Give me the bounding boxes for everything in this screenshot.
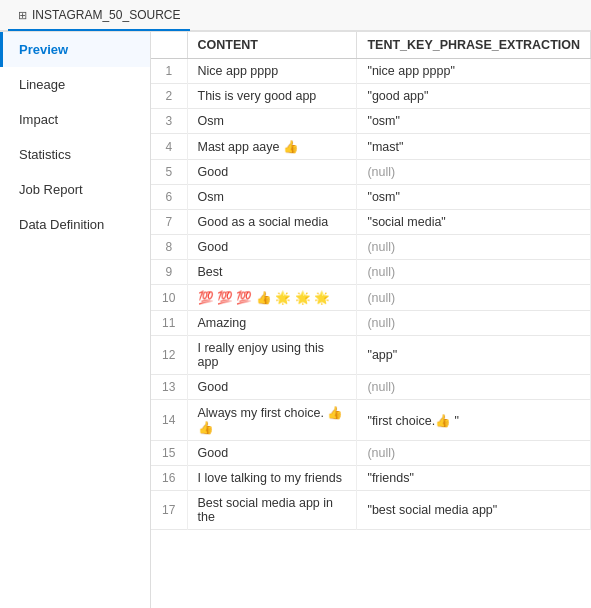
row-number: 10 (151, 285, 187, 311)
sidebar-item-lineage[interactable]: Lineage (0, 67, 150, 102)
row-number: 2 (151, 84, 187, 109)
table-icon: ⊞ (18, 9, 27, 22)
table-row: 12I really enjoy using this app"app" (151, 336, 591, 375)
table-row: 8Good(null) (151, 235, 591, 260)
row-content: Good (187, 160, 357, 185)
row-phrase: (null) (357, 260, 591, 285)
table-row: 4Mast app aaye 👍"mast" (151, 134, 591, 160)
table-row: 1Nice app pppp"nice app pppp" (151, 59, 591, 84)
row-number: 1 (151, 59, 187, 84)
row-content: I really enjoy using this app (187, 336, 357, 375)
sidebar-item-job-report[interactable]: Job Report (0, 172, 150, 207)
row-content: Osm (187, 185, 357, 210)
col-content: CONTENT (187, 32, 357, 59)
row-number: 13 (151, 375, 187, 400)
row-content: Osm (187, 109, 357, 134)
row-number: 12 (151, 336, 187, 375)
row-phrase: "friends" (357, 466, 591, 491)
table-row: 9Best(null) (151, 260, 591, 285)
row-content: Always my first choice. 👍 👍 (187, 400, 357, 441)
row-phrase: "good app" (357, 84, 591, 109)
row-number: 9 (151, 260, 187, 285)
sidebar-item-impact[interactable]: Impact (0, 102, 150, 137)
row-phrase: (null) (357, 285, 591, 311)
row-number: 17 (151, 491, 187, 530)
row-content: I love talking to my friends (187, 466, 357, 491)
row-phrase: "osm" (357, 185, 591, 210)
table-header-row: CONTENT TENT_KEY_PHRASE_EXTRACTION (151, 32, 591, 59)
row-content: Mast app aaye 👍 (187, 134, 357, 160)
row-content: Good as a social media (187, 210, 357, 235)
row-content: 💯 💯 💯 👍 🌟 🌟 🌟 (187, 285, 357, 311)
tab-instagram-source[interactable]: ⊞ INSTAGRAM_50_SOURCE (8, 1, 190, 31)
row-phrase: "nice app pppp" (357, 59, 591, 84)
table-body: 1Nice app pppp"nice app pppp"2This is ve… (151, 59, 591, 530)
table-row: 7Good as a social media"social media" (151, 210, 591, 235)
table-row: 2This is very good app"good app" (151, 84, 591, 109)
row-phrase: (null) (357, 235, 591, 260)
row-content: This is very good app (187, 84, 357, 109)
row-content: Nice app pppp (187, 59, 357, 84)
row-content: Best (187, 260, 357, 285)
row-content: Good (187, 235, 357, 260)
row-phrase: (null) (357, 311, 591, 336)
row-content: Good (187, 441, 357, 466)
row-number: 7 (151, 210, 187, 235)
row-phrase: "app" (357, 336, 591, 375)
row-content: Amazing (187, 311, 357, 336)
table-row: 6Osm"osm" (151, 185, 591, 210)
row-number: 6 (151, 185, 187, 210)
tab-label: INSTAGRAM_50_SOURCE (32, 8, 180, 22)
row-number: 5 (151, 160, 187, 185)
row-number: 11 (151, 311, 187, 336)
row-number: 15 (151, 441, 187, 466)
row-phrase: "social media" (357, 210, 591, 235)
row-content: Best social media app in the (187, 491, 357, 530)
sidebar-item-statistics[interactable]: Statistics (0, 137, 150, 172)
table-row: 11Amazing(null) (151, 311, 591, 336)
sidebar-item-preview[interactable]: Preview (0, 32, 150, 67)
row-number: 3 (151, 109, 187, 134)
table-row: 16I love talking to my friends"friends" (151, 466, 591, 491)
table-row: 13Good(null) (151, 375, 591, 400)
col-num (151, 32, 187, 59)
table-row: 14Always my first choice. 👍 👍"first choi… (151, 400, 591, 441)
tab-bar: ⊞ INSTAGRAM_50_SOURCE (0, 0, 591, 32)
data-table-container[interactable]: CONTENT TENT_KEY_PHRASE_EXTRACTION 1Nice… (151, 32, 591, 608)
table-row: 3Osm"osm" (151, 109, 591, 134)
table-row: 17Best social media app in the"best soci… (151, 491, 591, 530)
sidebar-item-data-definition[interactable]: Data Definition (0, 207, 150, 242)
row-phrase: "osm" (357, 109, 591, 134)
table-row: 5Good(null) (151, 160, 591, 185)
row-phrase: "mast" (357, 134, 591, 160)
data-table: CONTENT TENT_KEY_PHRASE_EXTRACTION 1Nice… (151, 32, 591, 530)
row-phrase: "first choice.👍 " (357, 400, 591, 441)
row-number: 8 (151, 235, 187, 260)
sidebar: PreviewLineageImpactStatisticsJob Report… (0, 32, 151, 608)
row-number: 16 (151, 466, 187, 491)
table-row: 15Good(null) (151, 441, 591, 466)
row-content: Good (187, 375, 357, 400)
row-phrase: (null) (357, 160, 591, 185)
col-phrase: TENT_KEY_PHRASE_EXTRACTION (357, 32, 591, 59)
row-phrase: (null) (357, 441, 591, 466)
table-row: 10💯 💯 💯 👍 🌟 🌟 🌟(null) (151, 285, 591, 311)
main-content: PreviewLineageImpactStatisticsJob Report… (0, 32, 591, 608)
row-phrase: (null) (357, 375, 591, 400)
row-phrase: "best social media app" (357, 491, 591, 530)
row-number: 14 (151, 400, 187, 441)
row-number: 4 (151, 134, 187, 160)
